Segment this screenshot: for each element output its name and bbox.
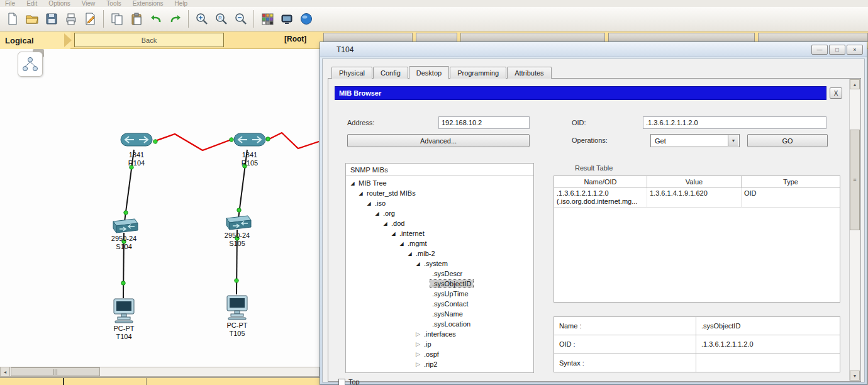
tree-item[interactable]: .rip2 — [346, 359, 533, 369]
tree-item[interactable]: .sysLocation — [346, 319, 533, 329]
scroll-left-icon[interactable]: ◄ — [1, 367, 10, 376]
tree-expand-icon[interactable] — [406, 251, 414, 257]
tree-expand-icon[interactable] — [381, 221, 389, 226]
tab-config[interactable]: Config — [373, 67, 408, 79]
menu-tools[interactable]: Tools — [106, 0, 121, 7]
tree-item[interactable]: .interfaces — [346, 329, 533, 339]
background-window-strip — [758, 33, 868, 42]
hscroll-thumb[interactable] — [11, 367, 100, 376]
advanced-button[interactable]: Advanced... — [347, 134, 530, 147]
logical-view-tab[interactable]: Logical — [0, 31, 70, 49]
chevron-down-icon[interactable]: ▼ — [728, 135, 738, 146]
tree-collapse-icon[interactable] — [414, 361, 422, 367]
device-pc-t104[interactable]: PC-PTT104 — [99, 298, 149, 341]
menu-edit[interactable]: Edit — [26, 0, 37, 7]
tree-item[interactable]: .sysDescr — [346, 269, 533, 279]
switch-icon — [109, 218, 138, 234]
copy-icon[interactable] — [107, 9, 126, 29]
tab-desktop[interactable]: Desktop — [409, 66, 449, 79]
tab-physical[interactable]: Physical — [331, 67, 372, 79]
device-router-r104[interactable]: 1841R104 — [111, 129, 162, 167]
tree-item[interactable]: .mgmt — [346, 238, 533, 248]
device-switch-s105[interactable]: 2950-24S105 — [212, 215, 262, 248]
tree-item[interactable]: .internet — [346, 228, 533, 238]
tree-item[interactable]: .sysContact — [346, 299, 533, 309]
device-pc-t105[interactable]: PC-PTT105 — [212, 294, 262, 338]
vertical-scrollbar[interactable]: ▲ ≡ ▼ — [849, 79, 860, 381]
cluster-tool-panel[interactable] — [18, 52, 43, 77]
device-label: PC-PTT105 — [212, 321, 262, 338]
tree-expand-icon[interactable] — [348, 181, 357, 186]
menu-view[interactable]: View — [82, 0, 96, 7]
menu-options[interactable]: Options — [48, 0, 70, 7]
menu-help[interactable]: Help — [175, 0, 188, 7]
back-button[interactable]: Back — [74, 33, 224, 47]
network-view-icon[interactable] — [296, 9, 316, 29]
tree-item[interactable]: .sysName — [346, 309, 533, 319]
tree-item[interactable]: MIB Tree — [346, 178, 533, 188]
zoom-in-icon[interactable] — [192, 9, 211, 29]
tree-collapse-icon[interactable] — [414, 331, 422, 337]
tree-item[interactable]: .dod — [346, 218, 533, 228]
device-switch-s104[interactable]: 2950-24S104 — [99, 218, 149, 251]
tree-expand-icon[interactable] — [373, 211, 381, 216]
tab-programming[interactable]: Programming — [450, 67, 506, 79]
tree-expand-icon[interactable] — [365, 201, 373, 206]
tree-item[interactable]: .system — [346, 259, 533, 269]
column-value[interactable]: Value — [647, 176, 742, 188]
main-toolbar: R — [0, 7, 868, 31]
tree-item[interactable]: router_std MIBs — [346, 188, 533, 198]
custom-device-icon[interactable] — [277, 9, 296, 29]
column-name-oid[interactable]: Name/OID — [554, 176, 647, 188]
top-checkbox[interactable]: Top — [338, 378, 360, 385]
print-icon[interactable] — [61, 9, 81, 29]
menu-extensions[interactable]: Extensions — [133, 0, 164, 7]
dialog-title[interactable]: T104 — [320, 42, 867, 57]
tree-collapse-icon[interactable] — [414, 351, 422, 357]
tree-expand-icon[interactable] — [389, 231, 398, 237]
scroll-up-icon[interactable]: ▲ — [850, 79, 860, 89]
checkbox-box[interactable] — [338, 379, 345, 385]
new-file-icon[interactable] — [3, 9, 22, 29]
paste-icon[interactable] — [126, 9, 146, 29]
open-folder-icon[interactable] — [22, 9, 42, 29]
tree-item-selected[interactable]: .sysObjectID — [346, 279, 533, 289]
undo-icon[interactable] — [146, 9, 165, 29]
scroll-down-icon[interactable]: ▼ — [850, 371, 860, 381]
save-icon[interactable] — [42, 9, 61, 29]
column-type[interactable]: Type — [742, 176, 840, 188]
tree-collapse-icon[interactable] — [414, 341, 422, 347]
tree-expand-icon[interactable] — [357, 191, 365, 196]
vscroll-thumb[interactable]: ≡ — [850, 130, 860, 230]
tree-item[interactable]: .mib-2 — [346, 248, 533, 259]
zoom-out-icon[interactable] — [231, 9, 250, 29]
drawing-palette-icon[interactable] — [257, 9, 277, 29]
device-router-r105[interactable]: 1841R105 — [225, 129, 275, 167]
address-input[interactable] — [438, 116, 530, 129]
mib-browser-close-button[interactable]: X — [830, 87, 842, 99]
mib-browser-titlebar: MIB Browser — [335, 86, 826, 100]
operations-select[interactable]: Get ▼ — [650, 134, 740, 147]
tree-item[interactable]: .ip — [346, 339, 533, 349]
tree-item[interactable]: .org — [346, 208, 533, 218]
oid-input[interactable] — [643, 116, 826, 129]
maximize-button[interactable]: □ — [829, 45, 845, 55]
result-type-cell: OID — [742, 188, 840, 208]
topology-canvas[interactable]: 1841R104 1841R105 2950-24S104 — [0, 49, 320, 367]
tree-expand-icon[interactable] — [398, 241, 406, 247]
result-table-row[interactable]: .1.3.6.1.2.1.1.2.0 (.iso.org.dod.interne… — [554, 188, 840, 208]
menu-file[interactable]: File — [5, 0, 15, 7]
tree-item[interactable]: .sysUpTime — [346, 289, 533, 299]
tree-item[interactable]: .iso — [346, 198, 533, 208]
tree-expand-icon[interactable] — [414, 261, 422, 267]
redo-icon[interactable] — [165, 9, 185, 29]
close-button[interactable]: × — [847, 45, 863, 55]
horizontal-scrollbar[interactable]: ◄ — [0, 367, 320, 377]
activity-wizard-icon[interactable] — [81, 9, 100, 29]
minimize-button[interactable]: — — [811, 45, 828, 55]
tab-attributes[interactable]: Attributes — [507, 67, 551, 79]
tree-item[interactable]: .ospf — [346, 349, 533, 359]
zoom-reset-icon[interactable]: R — [211, 9, 231, 29]
go-button[interactable]: GO — [747, 134, 828, 147]
dialog-tabs: Physical Config Desktop Programming Attr… — [331, 66, 552, 79]
